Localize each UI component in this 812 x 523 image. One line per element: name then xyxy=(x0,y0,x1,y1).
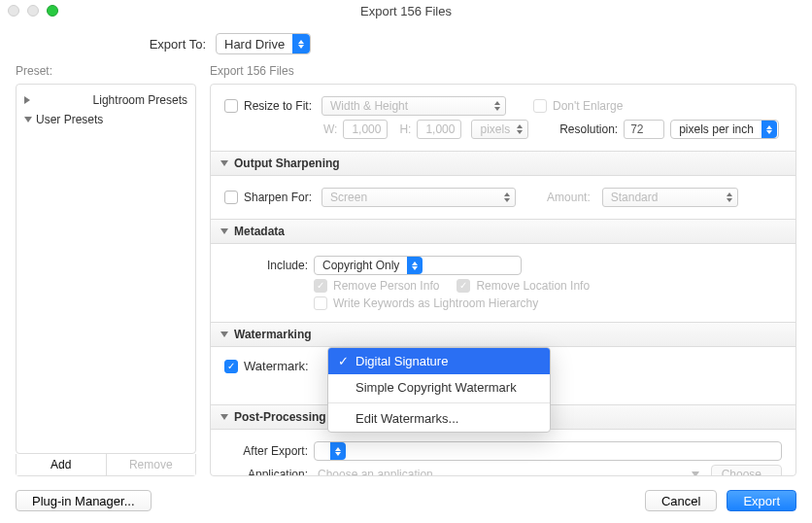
resolution-unit-value: pixels per inch xyxy=(679,122,754,136)
sharpen-for-label: Sharpen For: xyxy=(244,191,312,204)
export-files-label: Export 156 Files xyxy=(210,64,796,78)
sharpen-for-checkbox[interactable] xyxy=(224,191,238,204)
resize-to-fit-checkbox[interactable] xyxy=(224,99,238,113)
remove-person-checkbox xyxy=(314,279,327,293)
disclosure-down-icon xyxy=(24,117,32,122)
remove-person-label: Remove Person Info xyxy=(333,279,439,293)
after-export-label: After Export: xyxy=(224,444,308,458)
metadata-title: Metadata xyxy=(234,225,285,238)
window-minimize-button[interactable] xyxy=(27,5,39,17)
preset-item-label: Lightroom Presets xyxy=(93,93,187,107)
resolution-input[interactable]: 72 xyxy=(624,120,664,139)
export-to-value: Hard Drive xyxy=(224,37,285,52)
remove-location-checkbox xyxy=(457,279,470,293)
write-keywords-label: Write Keywords as Lightroom Hierarchy xyxy=(333,296,538,310)
sharpen-amount-label: Amount: xyxy=(547,191,591,204)
write-keywords-checkbox xyxy=(314,296,327,310)
include-label: Include: xyxy=(224,259,308,272)
watermark-checkbox[interactable] xyxy=(224,360,238,373)
disclosure-down-icon xyxy=(220,331,228,337)
watermark-option[interactable]: Simple Copyright Watermark xyxy=(328,374,550,401)
export-to-select[interactable]: Hard Drive xyxy=(216,33,311,54)
select-arrows-icon xyxy=(761,121,777,138)
window-close-button[interactable] xyxy=(8,5,19,17)
sharpen-amount-select: Standard xyxy=(602,188,738,207)
remove-location-label: Remove Location Info xyxy=(476,279,590,293)
dont-enlarge-checkbox xyxy=(533,99,547,113)
export-to-label: Export To: xyxy=(0,37,206,52)
preset-add-button[interactable]: Add xyxy=(17,454,106,475)
preset-item-user[interactable]: User Presets xyxy=(24,110,187,129)
resolution-label: Resolution: xyxy=(559,122,618,136)
output-sharpening-header[interactable]: Output Sharpening xyxy=(211,151,795,176)
post-processing-title: Post-Processing xyxy=(234,410,326,424)
application-placeholder: Choose an application... xyxy=(314,468,686,476)
menu-separator xyxy=(328,402,550,403)
after-export-select[interactable] xyxy=(314,441,782,461)
disclosure-down-icon xyxy=(220,160,228,166)
choose-application-button: Choose... xyxy=(711,465,782,476)
preset-remove-button: Remove xyxy=(106,454,196,475)
height-label: H: xyxy=(399,122,411,136)
height-input: 1,000 xyxy=(417,120,461,139)
application-label: Application: xyxy=(224,468,308,476)
watermarking-header[interactable]: Watermarking xyxy=(211,322,795,347)
metadata-header[interactable]: Metadata xyxy=(211,219,795,244)
resize-mode-select: Width & Height xyxy=(321,96,506,116)
watermark-option-selected[interactable]: Digital Signature xyxy=(328,348,550,374)
disclosure-down-icon xyxy=(220,228,228,234)
disclosure-down-icon xyxy=(220,414,228,420)
edit-watermarks-option[interactable]: Edit Watermarks... xyxy=(328,405,550,432)
window-title: Export 156 Files xyxy=(360,4,452,18)
include-value: Copyright Only xyxy=(322,259,399,272)
dimension-unit-select: pixels xyxy=(471,120,528,139)
plugin-manager-button[interactable]: Plug-in Manager... xyxy=(16,490,152,511)
output-sharpening-title: Output Sharpening xyxy=(234,157,340,170)
resolution-unit-select[interactable]: pixels per inch xyxy=(670,120,779,139)
preset-item-lightroom[interactable]: Lightroom Presets xyxy=(24,90,187,110)
sharpen-for-select: Screen xyxy=(321,188,516,207)
watermark-dropdown-popup: Digital Signature Simple Copyright Water… xyxy=(327,347,551,433)
width-label: W: xyxy=(323,122,337,136)
window-zoom-button[interactable] xyxy=(47,5,58,17)
include-select[interactable]: Copyright Only xyxy=(314,256,522,275)
width-input: 1,000 xyxy=(343,120,388,139)
preset-label: Preset: xyxy=(16,64,196,78)
dont-enlarge-label: Don't Enlarge xyxy=(553,99,623,113)
select-arrows-icon xyxy=(407,257,423,274)
watermarking-title: Watermarking xyxy=(234,328,312,341)
watermark-label: Watermark: xyxy=(244,359,309,373)
chevron-down-icon xyxy=(692,471,699,476)
cancel-button[interactable]: Cancel xyxy=(645,490,717,511)
preset-list: Lightroom Presets User Presets xyxy=(16,84,196,454)
select-arrows-icon xyxy=(292,34,310,53)
preset-item-label: User Presets xyxy=(36,113,103,126)
resize-to-fit-label: Resize to Fit: xyxy=(244,99,312,113)
disclosure-right-icon xyxy=(24,96,89,104)
export-button[interactable]: Export xyxy=(727,490,796,511)
select-arrows-icon xyxy=(330,442,346,460)
